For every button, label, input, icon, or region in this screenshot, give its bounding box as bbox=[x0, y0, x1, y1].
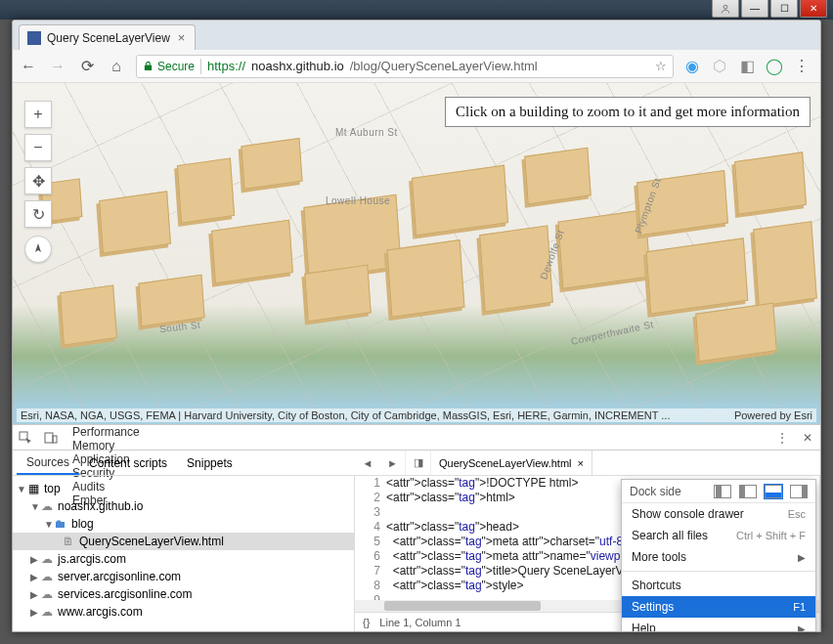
editor-file-tab[interactable]: QuerySceneLayerView.html× bbox=[431, 451, 592, 475]
street-label: Lowell House bbox=[326, 195, 390, 206]
extension-icon-4[interactable]: ◯ bbox=[766, 58, 783, 75]
back-button[interactable]: ← bbox=[19, 57, 38, 76]
devtools-close-button[interactable]: ✕ bbox=[795, 425, 820, 450]
url-scheme: https:// bbox=[207, 59, 245, 73]
devtools-menu-button[interactable]: ⋮ bbox=[769, 425, 795, 450]
svg-point-0 bbox=[723, 5, 727, 9]
attribution-left: Esri, NASA, NGA, USGS, FEMA | Harvard Un… bbox=[21, 409, 670, 421]
rotate-button[interactable]: ↻ bbox=[24, 200, 52, 228]
editor-tab-close[interactable]: × bbox=[578, 457, 584, 469]
compass-button[interactable] bbox=[24, 236, 52, 263]
tree-file-selected[interactable]: 🗎QuerySceneLayerView.html bbox=[13, 533, 354, 550]
extension-icon-2[interactable]: ⬡ bbox=[711, 58, 728, 75]
browser-tab[interactable]: Query SceneLayerView × bbox=[19, 24, 196, 50]
zoom-out-button[interactable]: − bbox=[24, 134, 52, 161]
menu-search-all[interactable]: Search all filesCtrl + Shift + F bbox=[622, 525, 815, 546]
menu-more-tools[interactable]: More tools▶ bbox=[622, 546, 815, 568]
street-label: Cowperthwaite St bbox=[570, 319, 655, 347]
svg-rect-5 bbox=[53, 436, 57, 443]
menu-help[interactable]: Help▶ bbox=[622, 618, 815, 632]
browser-menu-button[interactable]: ⋮ bbox=[793, 58, 811, 75]
svg-rect-1 bbox=[145, 65, 152, 71]
tree-host-server[interactable]: ▶☁server.arcgisonline.com bbox=[13, 568, 354, 585]
dock-right[interactable] bbox=[790, 485, 808, 498]
url-path: /blog/QuerySceneLayerView.html bbox=[350, 59, 538, 73]
maximize-button[interactable]: ☐ bbox=[770, 0, 798, 18]
map-toolbar: + − ✥ ↻ bbox=[24, 101, 52, 263]
browser-window: Query SceneLayerView × ← → ⟳ ⌂ Secure ht… bbox=[12, 20, 821, 632]
dock-side-row: Dock side bbox=[622, 480, 815, 503]
sources-subtab-snippets[interactable]: Snippets bbox=[177, 451, 242, 475]
show-navigator-button[interactable]: ◨ bbox=[406, 451, 431, 475]
favicon-icon bbox=[27, 31, 41, 45]
dock-left[interactable] bbox=[739, 485, 757, 498]
menu-settings[interactable]: SettingsF1 bbox=[622, 596, 815, 618]
sources-subtab-sources[interactable]: Sources bbox=[17, 451, 79, 475]
svg-marker-2 bbox=[35, 243, 41, 252]
extension-icon-3[interactable]: ◧ bbox=[738, 58, 756, 75]
menu-show-console[interactable]: Show console drawerEsc bbox=[622, 503, 815, 525]
tree-folder-blog[interactable]: ▼🖿blog bbox=[13, 515, 354, 533]
map-instruction: Click on a building to zoom to it and ge… bbox=[445, 97, 811, 127]
address-bar[interactable]: Secure https://noashx.github.io/blog/Que… bbox=[136, 55, 674, 78]
nav-fwd-button[interactable]: ► bbox=[380, 451, 406, 475]
scene-view[interactable]: Mt Auburn St South St Lowell House Dewol… bbox=[13, 83, 820, 424]
inspect-element-button[interactable] bbox=[13, 425, 38, 450]
tab-strip: Query SceneLayerView × bbox=[13, 21, 820, 50]
sources-subtab-content-scripts[interactable]: Content scripts bbox=[79, 451, 177, 475]
toolbar: ← → ⟳ ⌂ Secure https://noashx.github.io/… bbox=[13, 50, 820, 83]
extension-icons: ◉ ⬡ ◧ ◯ ⋮ bbox=[683, 58, 814, 75]
devtools-tabs: ElementsConsoleSourcesNetworkPerformance… bbox=[13, 425, 820, 451]
pan-button[interactable]: ✥ bbox=[24, 167, 52, 194]
tree-host-services[interactable]: ▶☁services.arcgisonline.com bbox=[13, 585, 354, 603]
attribution: Esri, NASA, NGA, USGS, FEMA | Harvard Un… bbox=[17, 408, 816, 422]
nav-back-button[interactable]: ◄ bbox=[355, 451, 380, 475]
cursor-position: Line 1, Column 1 bbox=[379, 617, 460, 628]
zoom-in-button[interactable]: + bbox=[24, 101, 52, 128]
extension-icon-1[interactable]: ◉ bbox=[683, 58, 701, 75]
url-host: noashx.github.io bbox=[251, 59, 344, 73]
reload-button[interactable]: ⟳ bbox=[77, 57, 97, 76]
forward-button[interactable]: → bbox=[48, 57, 67, 76]
pretty-print-button[interactable]: {} bbox=[363, 617, 370, 628]
bookmark-button[interactable]: ☆ bbox=[655, 59, 667, 73]
home-button[interactable]: ⌂ bbox=[107, 57, 126, 76]
secure-badge[interactable]: Secure bbox=[143, 60, 195, 73]
devtools-dropdown-menu: Dock side Show console drawerEsc Search … bbox=[621, 479, 816, 632]
minimize-button[interactable]: — bbox=[741, 0, 768, 18]
file-tree[interactable]: ▼▦top ▼☁noashx.github.io ▼🖿blog 🗎QuerySc… bbox=[13, 476, 355, 631]
attribution-right: Powered by Esri bbox=[734, 409, 812, 421]
user-menu-button[interactable] bbox=[712, 0, 739, 18]
tab-close-button[interactable]: × bbox=[176, 30, 188, 45]
scroll-thumb[interactable] bbox=[384, 601, 541, 611]
tree-host[interactable]: ▼☁noashx.github.io bbox=[13, 497, 354, 515]
dock-bottom[interactable] bbox=[765, 485, 782, 498]
window-close-button[interactable]: ✕ bbox=[800, 0, 827, 18]
device-toolbar-button[interactable] bbox=[38, 425, 64, 450]
tree-host-www[interactable]: ▶☁www.arcgis.com bbox=[13, 603, 354, 621]
devtools-tab-performance[interactable]: Performance bbox=[64, 425, 149, 439]
tree-top[interactable]: ▼▦top bbox=[13, 480, 354, 497]
tab-title: Query SceneLayerView bbox=[47, 31, 170, 45]
tree-host-js[interactable]: ▶☁js.arcgis.com bbox=[13, 550, 354, 568]
menu-shortcuts[interactable]: Shortcuts bbox=[622, 575, 815, 596]
dock-undock[interactable] bbox=[714, 485, 731, 498]
street-label: Mt Auburn St bbox=[335, 127, 398, 138]
lock-icon bbox=[143, 61, 153, 71]
svg-rect-4 bbox=[45, 433, 53, 443]
compass-icon bbox=[31, 242, 45, 256]
